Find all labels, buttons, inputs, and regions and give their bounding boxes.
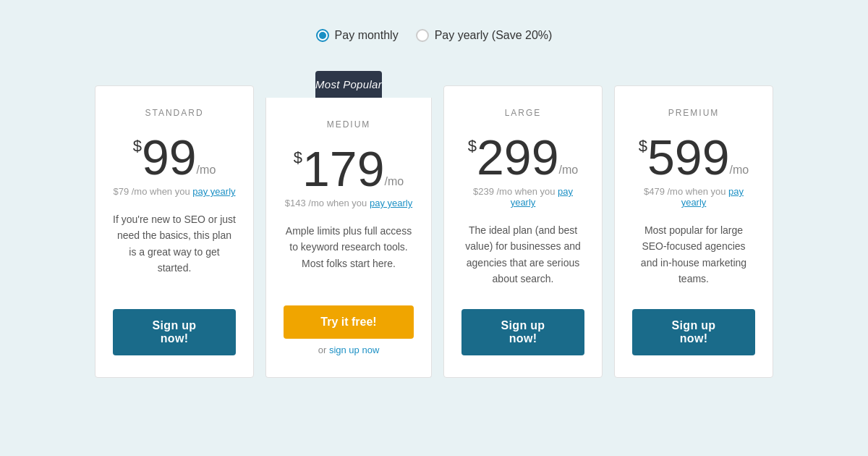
monthly-radio-fill — [319, 32, 326, 39]
plan-standard: STANDARD $ 99 /mo $79 /mo when you pay y… — [95, 85, 254, 378]
large-price: 299 — [477, 132, 558, 182]
premium-currency: $ — [639, 138, 647, 154]
monthly-option[interactable]: Pay monthly — [316, 29, 399, 42]
standard-currency: $ — [133, 138, 142, 154]
standard-name: STANDARD — [145, 108, 203, 118]
premium-yearly-price: $479 /mo when you pay yearly — [632, 186, 755, 208]
large-description: The ideal plan (and best value) for busi… — [461, 222, 584, 287]
yearly-radio[interactable] — [416, 29, 429, 42]
medium-name: MEDIUM — [327, 119, 371, 130]
plan-medium-wrapper: Most Popular MEDIUM $ 179 /mo $143 /mo w… — [265, 71, 432, 378]
standard-yearly-link[interactable]: pay yearly — [192, 186, 235, 197]
large-yearly-price: $239 /mo when you pay yearly — [461, 186, 584, 208]
plan-large: LARGE $ 299 /mo $239 /mo when you pay ye… — [443, 85, 603, 378]
medium-try-free-button[interactable]: Try it free! — [284, 305, 414, 339]
standard-description: If you're new to SEO or just need the ba… — [113, 211, 236, 276]
premium-price: 599 — [647, 132, 729, 182]
medium-currency: $ — [294, 150, 302, 166]
large-currency: $ — [468, 138, 477, 154]
yearly-label: Pay yearly (Save 20%) — [435, 29, 553, 42]
standard-signup-button[interactable]: Sign up now! — [113, 309, 236, 355]
medium-description: Ample limits plus full access to keyword… — [284, 223, 414, 271]
medium-price: 179 — [302, 144, 384, 193]
standard-period: /mo — [197, 164, 216, 176]
standard-price: 99 — [142, 132, 197, 182]
plans-container: STANDARD $ 99 /mo $79 /mo when you pay y… — [89, 71, 779, 378]
billing-toggle: Pay monthly Pay yearly (Save 20%) — [316, 29, 553, 42]
large-signup-button[interactable]: Sign up now! — [461, 309, 584, 355]
monthly-radio[interactable] — [316, 29, 329, 42]
medium-yearly-link[interactable]: pay yearly — [370, 198, 412, 208]
plan-premium: PREMIUM $ 599 /mo $479 /mo when you pay … — [614, 85, 773, 378]
yearly-option[interactable]: Pay yearly (Save 20%) — [416, 29, 553, 42]
large-period: /mo — [559, 164, 579, 176]
premium-name: PREMIUM — [668, 108, 720, 118]
medium-period: /mo — [385, 176, 404, 187]
large-price-container: $ 299 /mo — [468, 132, 578, 182]
premium-price-container: $ 599 /mo — [639, 132, 749, 182]
premium-description: Most popular for large SEO-focused agenc… — [632, 222, 755, 287]
medium-or-signup: or sign up now — [318, 345, 380, 355]
medium-yearly-price: $143 /mo when you pay yearly — [285, 198, 412, 208]
standard-yearly-price: $79 /mo when you pay yearly — [113, 186, 235, 197]
standard-price-container: $ 99 /mo — [133, 132, 216, 182]
medium-price-container: $ 179 /mo — [294, 144, 404, 193]
medium-signup-link[interactable]: sign up now — [329, 345, 379, 355]
large-name: LARGE — [505, 108, 542, 118]
premium-signup-button[interactable]: Sign up now! — [632, 309, 755, 355]
most-popular-banner: Most Popular — [315, 71, 382, 98]
monthly-label: Pay monthly — [335, 29, 399, 42]
plan-medium: MEDIUM $ 179 /mo $143 /mo when you pay y… — [265, 98, 432, 378]
premium-period: /mo — [730, 164, 749, 176]
